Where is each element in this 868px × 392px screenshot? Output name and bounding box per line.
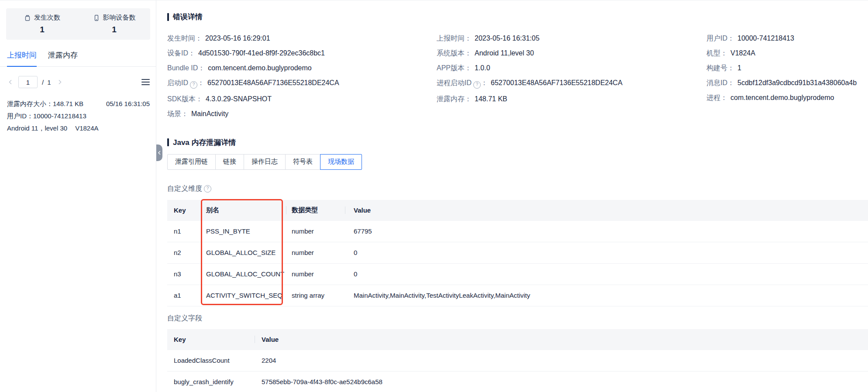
- custom-fields-table: Key Value LoadedClassCount 2204 bugly_cr…: [167, 329, 868, 392]
- custom-fields-label: 自定义字段: [167, 314, 868, 323]
- field-scene: 场景：MainActivity: [167, 109, 437, 118]
- col-header-data-type: 数据类型: [286, 206, 345, 214]
- field-build-number: 构建号：1: [706, 63, 868, 72]
- item-os-model: Android 11，level 30V1824A: [7, 124, 150, 132]
- cell-value: 2204: [255, 357, 868, 364]
- col-header-alias: 别名: [201, 206, 286, 214]
- tab-scene-data[interactable]: 现场数据: [320, 154, 362, 170]
- table-row: n2 GLOBAL_ALLOC_SIZE number 0: [167, 242, 868, 264]
- col-header-key: Key: [167, 206, 201, 214]
- cell-alias: GLOBAL_ALLOC_COUNT: [201, 270, 286, 278]
- tab-operation-log[interactable]: 操作日志: [244, 154, 286, 170]
- field-user-id: 用户ID：10000-741218413: [706, 34, 868, 43]
- field-process-launch-id: 进程启动ID?：65270013E48A56AF7136E55218DE24CA: [437, 78, 706, 89]
- col-header-value: Value: [255, 336, 868, 343]
- field-app-version: APP版本：1.0.0: [437, 63, 706, 72]
- chevron-left-icon[interactable]: [7, 79, 14, 86]
- table-row: LoadedClassCount 2204: [167, 350, 868, 371]
- field-message-id: 消息ID：5cdbf12df3a9cdbcd91b31a438060a4b: [706, 78, 868, 87]
- cell-type: string array: [286, 292, 345, 299]
- table-row: a1 ACTIVITY_SWITCH_SEQ string array Main…: [167, 285, 868, 306]
- stat-affected-devices-label: 影响设备数: [103, 14, 136, 22]
- cell-key: LoadedClassCount: [167, 357, 255, 364]
- title-accent-bar: [167, 138, 169, 146]
- tally-counter-icon: [24, 14, 31, 21]
- title-accent-bar: [167, 13, 169, 21]
- stats-card: 发生次数 1 影响设备数 1: [6, 8, 150, 40]
- table-header: Key Value: [167, 329, 868, 350]
- menu-icon[interactable]: [141, 77, 150, 87]
- tab-leak-reference-chain[interactable]: 泄露引用链: [167, 154, 216, 170]
- main-content: 错误详情 发生时间：2023-05-16 16:29:01 设备ID：4d501…: [156, 0, 868, 392]
- cell-value: 0: [345, 249, 868, 256]
- question-circle-icon[interactable]: ?: [190, 81, 197, 89]
- field-occur-time: 发生时间：2023-05-16 16:29:01: [167, 34, 437, 43]
- error-detail-title: 错误详情: [167, 12, 868, 22]
- tab-leaked-memory[interactable]: 泄露内存: [48, 50, 78, 67]
- chevron-right-icon[interactable]: [56, 79, 63, 86]
- sidebar-tab-bar: 上报时间 泄露内存: [0, 50, 156, 67]
- stat-occurrences-value: 1: [6, 25, 78, 34]
- cell-key: n2: [167, 249, 201, 256]
- field-sdk-version: SDK版本：4.3.0.29-SNAPSHOT: [167, 94, 437, 103]
- cell-key: n1: [167, 227, 201, 235]
- report-list-sidebar: 发生次数 1 影响设备数 1 上报时间 泄露内存: [0, 0, 156, 392]
- custom-dimensions-label: 自定义维度 ?: [167, 184, 868, 193]
- custom-dimensions-table: Key 别名 数据类型 Value n1 PSS_IN_BYTE number …: [167, 200, 868, 306]
- report-list-item[interactable]: 泄露内存大小：148.71 KB 05/16 16:31:05 用户ID：100…: [7, 100, 150, 132]
- field-device-model: 机型：V1824A: [706, 48, 868, 58]
- field-launch-id: 启动ID?：65270013E48A56AF7136E55218DE24CA: [167, 78, 437, 89]
- cell-key: bugly_crash_identify: [167, 378, 255, 385]
- page-number-input[interactable]: [18, 76, 38, 88]
- field-report-time: 上报时间：2023-05-16 16:31:05: [437, 34, 706, 43]
- field-device-id: 设备ID：4d501530-790f-41ed-8f9f-292ec36c8bc…: [167, 48, 437, 58]
- field-os-version: 系统版本：Android 11,level 30: [437, 48, 706, 58]
- cell-value: 67795: [345, 227, 868, 235]
- question-circle-icon[interactable]: ?: [204, 185, 211, 193]
- cell-value: 0: [345, 270, 868, 278]
- cell-alias: GLOBAL_ALLOC_SIZE: [201, 249, 286, 256]
- cell-value: MainActivity,MainActivity,TestActivityLe…: [345, 292, 868, 299]
- error-detail-grid: 发生时间：2023-05-16 16:29:01 设备ID：4d501530-7…: [167, 34, 868, 124]
- page-total: / 1: [42, 79, 52, 86]
- table-row: bugly_crash_identify 57585ebb-709a-4f43-…: [167, 371, 868, 392]
- cell-alias: PSS_IN_BYTE: [201, 227, 286, 235]
- crash-detail-page: 发生次数 1 影响设备数 1 上报时间 泄露内存: [0, 0, 868, 392]
- stat-occurrences: 发生次数 1: [6, 14, 78, 34]
- item-user-id: 用户ID：10000-741218413: [7, 112, 150, 120]
- stat-affected-devices: 影响设备数 1: [78, 14, 150, 34]
- col-header-value: Value: [345, 206, 868, 214]
- pagination: / 1: [7, 76, 150, 88]
- table-row: n3 GLOBAL_ALLOC_COUNT number 0: [167, 264, 868, 285]
- item-time: 05/16 16:31:05: [106, 100, 150, 107]
- cell-type: number: [286, 227, 345, 235]
- table-row: n1 PSS_IN_BYTE number 67795: [167, 221, 868, 242]
- cell-alias: ACTIVITY_SWITCH_SEQ: [201, 292, 286, 299]
- sidebar-collapse-handle[interactable]: [156, 144, 162, 161]
- field-bundle-id: Bundle ID：com.tencent.demo.buglyprodemo: [167, 63, 437, 72]
- question-circle-icon[interactable]: ?: [473, 81, 481, 89]
- cell-key: a1: [167, 292, 201, 299]
- leak-detail-tabs: 泄露引用链 链接 操作日志 符号表 现场数据: [167, 154, 868, 170]
- stat-occurrences-label: 发生次数: [34, 14, 60, 22]
- cell-type: number: [286, 270, 345, 278]
- cell-type: number: [286, 249, 345, 256]
- tab-symbol-table[interactable]: 符号表: [285, 154, 320, 170]
- tab-links[interactable]: 链接: [215, 154, 244, 170]
- tab-report-time[interactable]: 上报时间: [7, 50, 37, 67]
- field-process: 进程：com.tencent.demo.buglyprodemo: [706, 93, 868, 102]
- item-leak-size: 泄露内存大小：148.71 KB: [7, 100, 83, 107]
- smartphone-icon: [93, 14, 100, 21]
- cell-value: 57585ebb-709a-4f43-8f0c-ae524b9c6a58: [255, 378, 868, 385]
- table-header: Key 别名 数据类型 Value: [167, 200, 868, 221]
- java-leak-title: Java 内存泄漏详情: [167, 138, 868, 148]
- stat-affected-devices-value: 1: [78, 25, 150, 34]
- field-leaked-memory: 泄露内存：148.71 KB: [437, 94, 706, 103]
- col-header-key: Key: [167, 336, 255, 343]
- java-leak-section: Java 内存泄漏详情 泄露引用链 链接 操作日志 符号表 现场数据: [167, 138, 868, 170]
- cell-key: n3: [167, 270, 201, 278]
